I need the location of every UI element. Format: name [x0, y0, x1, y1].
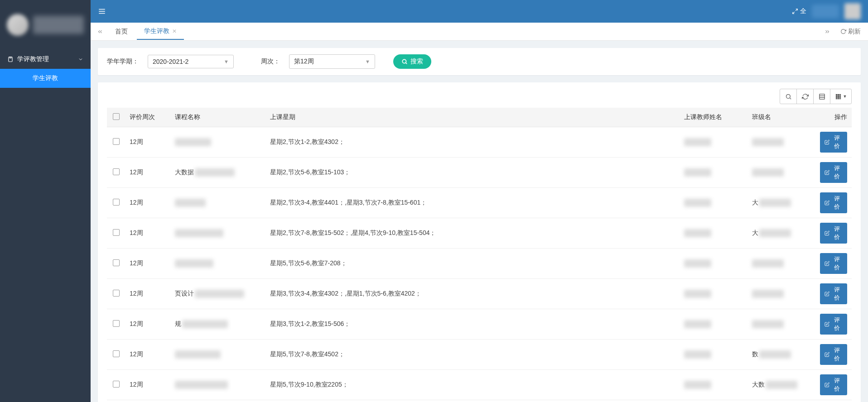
cell-teacher [680, 279, 747, 309]
cell-time: 星期2,节次7-8,教室15-502；,星期4,节次9-10,教室15-504； [265, 218, 680, 249]
cell-course [170, 340, 265, 370]
hamburger-icon[interactable] [98, 7, 106, 15]
table-row: 12周 星期5,节次7-8,教室4502； 数 评价 [107, 340, 852, 370]
cell-class: 大 [747, 188, 815, 218]
cell-teacher [680, 340, 747, 370]
cell-teacher [680, 127, 747, 158]
row-checkbox[interactable] [113, 138, 120, 145]
svg-line-7 [406, 63, 407, 64]
svg-line-4 [796, 9, 797, 11]
cell-week: 12周 [125, 249, 170, 279]
evaluate-button[interactable]: 评价 [820, 374, 847, 395]
cell-week: 12周 [125, 370, 170, 400]
search-label: 搜索 [410, 57, 423, 66]
svg-rect-14 [838, 94, 839, 96]
cell-time: 星期5,节次9-10,教室2205； [265, 370, 680, 400]
topbar-avatar[interactable] [844, 3, 861, 19]
cell-time: 星期2,节次5-6,教室15-103； [265, 158, 680, 188]
table-row: 12周 星期5,节次5-6,教室7-208； 评价 [107, 249, 852, 279]
evaluate-button[interactable]: 评价 [820, 283, 847, 304]
cell-course [170, 188, 265, 218]
tab-home[interactable]: 首页 [108, 24, 135, 39]
th-time[interactable]: 上课星期 [265, 108, 680, 127]
table-toolbar: ▼ [107, 89, 852, 104]
table-row: 12周 星期2,节次7-8,教室15-502；,星期4,节次9-10,教室15-… [107, 218, 852, 249]
cell-course: 大数据 [170, 158, 265, 188]
evaluate-label: 评价 [831, 134, 843, 150]
tab-active-label: 学生评教 [144, 27, 169, 35]
tab-home-label: 首页 [115, 28, 128, 36]
row-checkbox[interactable] [113, 381, 120, 388]
cell-course [170, 127, 265, 158]
th-class[interactable]: 班级名 [747, 108, 815, 127]
svg-rect-17 [838, 96, 839, 98]
tab-scroll-left[interactable] [94, 27, 106, 37]
topbar: 全 [91, 0, 868, 23]
semester-select[interactable]: 2020-2021-2 ▼ [148, 55, 234, 68]
nav-group-label: 学评教管理 [17, 55, 49, 63]
clipboard-icon [7, 56, 14, 62]
evaluate-button[interactable]: 评价 [820, 132, 847, 153]
table-row: 12周 星期5,节次9-10,教室2205； 大数 评价 [107, 370, 852, 400]
table-row: 12周 大数据 星期2,节次5-6,教室15-103； 评价 [107, 158, 852, 188]
row-checkbox[interactable] [113, 199, 120, 206]
th-action: 操作 [815, 108, 852, 127]
evaluate-button[interactable]: 评价 [820, 192, 847, 213]
evaluate-button[interactable]: 评价 [820, 344, 847, 365]
th-teacher[interactable]: 上课教师姓名 [680, 108, 747, 127]
row-checkbox[interactable] [113, 259, 120, 266]
svg-rect-18 [839, 96, 841, 98]
select-all-checkbox[interactable] [113, 113, 120, 120]
refresh-button[interactable]: 刷新 [837, 26, 864, 38]
tab-student-eval[interactable]: 学生评教 ✕ [137, 24, 184, 40]
cell-class: 大 [747, 218, 815, 249]
cell-class [747, 309, 815, 340]
week-label: 周次： [261, 57, 280, 66]
table-row: 12周 星期2,节次3-4,教室4401；,星期3,节次7-8,教室15-601… [107, 188, 852, 218]
sidebar-profile [0, 0, 91, 50]
evaluate-button[interactable]: 评价 [820, 162, 847, 183]
row-checkbox[interactable] [113, 229, 120, 236]
th-week[interactable]: 评价周次 [125, 108, 170, 127]
content: 学年学期： 2020-2021-2 ▼ 周次： 第12周 ▼ 搜索 [91, 41, 868, 402]
row-checkbox[interactable] [113, 350, 120, 357]
evaluate-button[interactable]: 评价 [820, 314, 847, 335]
cell-class [747, 249, 815, 279]
toolbar-view-button[interactable]: ▼ [830, 89, 852, 104]
sidebar-item-student-eval[interactable]: 学生评教 [0, 69, 91, 88]
cell-week: 12周 [125, 127, 170, 158]
close-icon[interactable]: ✕ [172, 28, 177, 34]
week-select[interactable]: 第12周 ▼ [289, 54, 375, 69]
row-checkbox[interactable] [113, 168, 120, 175]
toolbar-refresh-button[interactable] [796, 89, 814, 104]
row-checkbox[interactable] [113, 290, 120, 297]
semester-label: 学年学期： [107, 57, 139, 66]
search-icon [401, 58, 408, 65]
nav-group-evaluation[interactable]: 学评教管理 [0, 50, 91, 69]
svg-rect-13 [835, 94, 837, 96]
svg-rect-20 [838, 98, 839, 99]
fullscreen-button[interactable]: 全 [792, 7, 806, 15]
toolbar-columns-button[interactable] [813, 89, 830, 104]
search-button[interactable]: 搜索 [393, 54, 431, 69]
svg-point-8 [786, 94, 790, 98]
cell-teacher [680, 249, 747, 279]
cell-time: 星期5,节次7-8,教室4502； [265, 340, 680, 370]
cell-teacher [680, 370, 747, 400]
cell-time: 星期5,节次5-6,教室7-208； [265, 249, 680, 279]
cell-week: 12周 [125, 340, 170, 370]
cell-time: 星期2,节次1-2,教室4302； [265, 127, 680, 158]
cell-week: 12周 [125, 158, 170, 188]
cell-class [747, 279, 815, 309]
evaluate-button[interactable]: 评价 [820, 223, 847, 244]
th-course[interactable]: 课程名称 [170, 108, 265, 127]
row-checkbox[interactable] [113, 320, 120, 327]
cell-time: 星期3,节次1-2,教室15-506； [265, 309, 680, 340]
profile-info-blurred [33, 16, 84, 34]
cell-course: 页设计 [170, 279, 265, 309]
sidebar: 学评教管理 学生评教 [0, 0, 91, 402]
cell-week: 12周 [125, 309, 170, 340]
toolbar-search-button[interactable] [780, 89, 797, 104]
evaluate-button[interactable]: 评价 [820, 253, 847, 274]
tab-scroll-right[interactable] [821, 27, 833, 37]
